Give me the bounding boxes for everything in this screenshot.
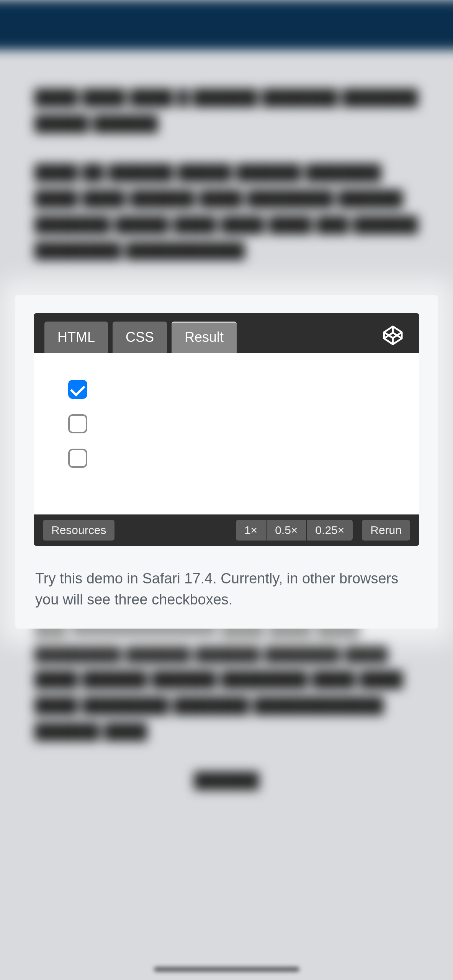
demo-caption: Try this demo in Safari 17.4. Currently,… [34,568,419,610]
switch-control-3[interactable] [68,449,87,468]
tab-css[interactable]: CSS [113,322,167,353]
tab-result[interactable]: Result [172,322,237,353]
result-pane [34,353,419,514]
switch-row [68,414,385,433]
home-indicator [154,967,299,972]
switch-control-2[interactable] [68,414,87,433]
tab-html[interactable]: HTML [44,322,108,353]
resources-button[interactable]: Resources [43,520,114,541]
zoom-025x-button[interactable]: 0.25× [307,520,353,541]
codepen-tab-bar: HTML CSS Result [34,313,419,353]
switch-row [68,380,385,399]
zoom-05x-button[interactable]: 0.5× [267,520,306,541]
blurred-header [0,0,453,50]
switch-row [68,449,385,468]
zoom-group: 1× 0.5× 0.25× [236,520,353,541]
demo-card: HTML CSS Result [15,295,438,629]
switch-control-1[interactable] [68,380,87,399]
codepen-embed: HTML CSS Result [34,313,419,546]
codepen-footer: Resources 1× 0.5× 0.25× Rerun [34,514,419,546]
codepen-logo-icon[interactable] [382,324,404,346]
rerun-button[interactable]: Rerun [362,520,410,541]
zoom-1x-button[interactable]: 1× [236,520,266,541]
